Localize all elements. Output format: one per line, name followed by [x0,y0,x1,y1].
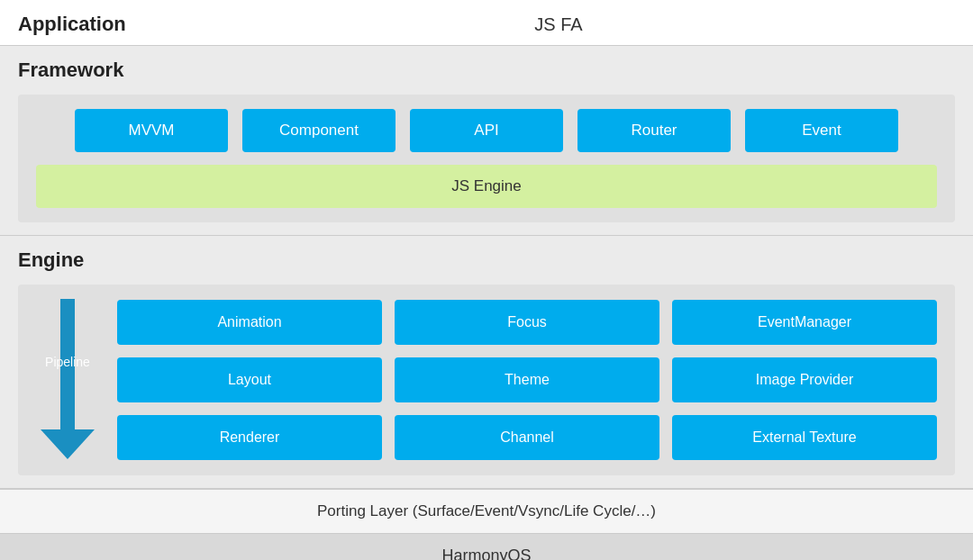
eng-box-layout: Layout [117,357,382,402]
pipeline-container: Pipeline [36,299,99,461]
fw-box-component: Component [242,109,396,152]
harmonyos-text: HarmonyOS [441,546,531,560]
svg-marker-1 [41,429,95,459]
js-engine-box: JS Engine [36,165,937,208]
app-title: JS FA [534,14,582,35]
porting-layer-text: Porting Layer (Surface/Event/Vsync/Life … [317,502,656,519]
engine-grid: Animation Focus EventManager Layout Them… [117,300,937,460]
eng-box-event-manager: EventManager [672,300,937,345]
application-label: Application [18,13,162,36]
eng-box-external-texture: External Texture [672,415,937,460]
section-porting: Porting Layer (Surface/Event/Vsync/Life … [0,489,973,534]
fw-box-mvvm: MVVM [75,109,228,152]
section-framework: Framework MVVM Component API Router Even… [0,46,973,236]
eng-box-focus: Focus [395,300,659,345]
fw-box-event: Event [745,109,898,152]
framework-inner: MVVM Component API Router Event JS Engin… [18,95,955,222]
eng-box-theme: Theme [395,357,659,402]
section-engine: Engine Pipeline Animation Focus EventMan… [0,236,973,489]
eng-box-renderer: Renderer [117,415,382,460]
framework-boxes-row: MVVM Component API Router Event [36,109,937,152]
engine-label: Engine [18,248,955,272]
framework-label: Framework [18,59,955,82]
section-application: Application JS FA [0,0,973,46]
engine-inner: Pipeline Animation Focus EventManager La… [18,285,955,475]
svg-text:Pipeline: Pipeline [45,355,90,369]
eng-box-animation: Animation [117,300,382,345]
pipeline-arrow-svg: Pipeline [41,299,95,461]
fw-box-api: API [410,109,563,152]
section-harmonyos: HarmonyOS [0,534,973,560]
diagram-container: Application JS FA Framework MVVM Compone… [0,0,973,560]
application-content: JS FA [162,14,955,35]
eng-box-channel: Channel [395,415,659,460]
fw-box-router: Router [577,109,731,152]
eng-box-image-provider: Image Provider [672,357,937,402]
